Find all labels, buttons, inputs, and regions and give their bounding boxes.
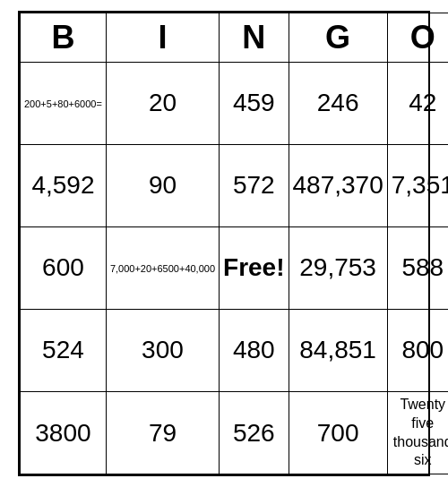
header-O: O <box>387 13 448 62</box>
cell-r4-c1: 79 <box>106 391 219 474</box>
cell-r4-c4: Twenty five thousand six <box>387 391 448 474</box>
cell-r0-c1: 20 <box>106 62 219 144</box>
cell-r0-c3: 246 <box>289 62 387 144</box>
cell-r2-c4: 588 <box>387 226 448 309</box>
cell-r0-c4: 42 <box>387 62 448 144</box>
cell-r3-c3: 84,851 <box>289 309 387 391</box>
bingo-card: B I N G O 200+5+80+6000=20459246424,5929… <box>18 11 430 476</box>
cell-r0-c2: 459 <box>220 62 289 144</box>
cell-r4-c2: 526 <box>220 391 289 474</box>
header-G: G <box>289 13 387 62</box>
header-N: N <box>220 13 289 62</box>
cell-r1-c3: 487,370 <box>289 144 387 226</box>
cell-r2-c3: 29,753 <box>289 226 387 309</box>
header-B: B <box>21 13 107 62</box>
cell-r3-c4: 800 <box>387 309 448 391</box>
cell-r1-c0: 4,592 <box>21 144 107 226</box>
cell-r2-c0: 600 <box>21 226 107 309</box>
cell-r3-c1: 300 <box>106 309 219 391</box>
cell-r1-c2: 572 <box>220 144 289 226</box>
cell-r1-c1: 90 <box>106 144 219 226</box>
cell-r3-c2: 480 <box>220 309 289 391</box>
cell-r4-c0: 3800 <box>21 391 107 474</box>
cell-r0-c0: 200+5+80+6000= <box>21 62 107 144</box>
header-I: I <box>106 13 219 62</box>
cell-r2-c2: Free! <box>220 226 289 309</box>
cell-r1-c4: 7,351 <box>387 144 448 226</box>
cell-r4-c3: 700 <box>289 391 387 474</box>
cell-r3-c0: 524 <box>21 309 107 391</box>
cell-r2-c1: 7,000+20+6500+40,000 <box>106 226 219 309</box>
